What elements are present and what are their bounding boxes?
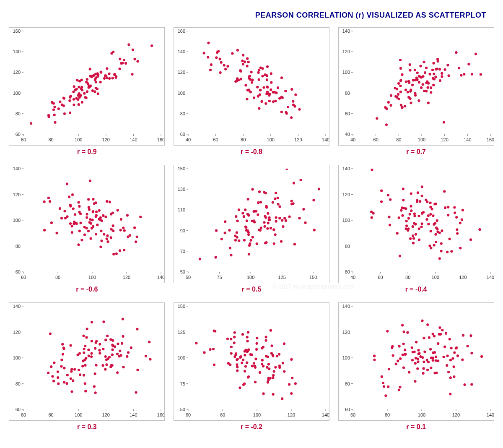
data-point: [81, 101, 83, 104]
data-point: [92, 210, 94, 213]
data-point: [265, 339, 267, 341]
data-point: [104, 355, 107, 358]
data-point: [266, 86, 269, 89]
data-point: [411, 359, 414, 361]
data-point: [318, 188, 320, 190]
data-point: [124, 62, 127, 65]
data-point: [423, 351, 426, 353]
data-point: [434, 359, 437, 362]
data-point: [260, 227, 262, 229]
data-point: [207, 56, 209, 58]
data-point: [107, 240, 109, 243]
data-point: [70, 377, 72, 380]
data-point: [253, 221, 256, 223]
y-tick-label: 100: [342, 355, 350, 360]
data-point: [419, 76, 422, 78]
scatter-panel: 60801001201401606080100120140160r = 0.9: [8, 27, 166, 156]
data-point: [49, 332, 52, 335]
data-point: [20, 176, 22, 179]
data-point: [111, 77, 114, 79]
data-point: [416, 199, 418, 202]
data-point: [438, 333, 440, 336]
data-point: [64, 217, 67, 219]
data-point: [48, 116, 50, 118]
data-point: [420, 226, 423, 228]
x-tick-label: 120: [294, 137, 302, 142]
x-tick-label: 120: [459, 275, 467, 280]
data-point: [276, 355, 278, 357]
x-tick-label: 100: [75, 137, 82, 142]
data-point: [412, 242, 415, 244]
data-point: [246, 361, 248, 364]
data-point: [226, 338, 229, 340]
data-point: [278, 353, 280, 355]
data-point: [432, 357, 434, 359]
y-tick-label: 130: [178, 187, 185, 192]
data-point: [302, 208, 305, 211]
data-point: [401, 324, 404, 326]
data-point: [220, 238, 223, 240]
data-point: [249, 78, 251, 80]
data-point: [236, 369, 239, 372]
data-point: [94, 372, 96, 375]
data-point: [71, 391, 73, 393]
data-point: [266, 75, 268, 77]
data-point: [440, 242, 442, 245]
data-point: [293, 243, 296, 245]
data-point: [116, 353, 119, 355]
data-point: [254, 210, 257, 212]
y-tick-label: 150: [178, 166, 185, 171]
data-point: [272, 374, 275, 377]
y-tick-label: 150: [178, 304, 185, 309]
data-point: [236, 366, 239, 368]
data-point: [414, 233, 417, 235]
scatter-panel: 60801001201405075100125150r = -0.2: [173, 302, 330, 431]
data-point: [466, 345, 469, 347]
y-tick-label: 120: [178, 70, 185, 75]
data-point: [461, 358, 464, 361]
data-point: [88, 206, 90, 208]
data-point: [238, 240, 240, 242]
data-point: [290, 116, 293, 119]
y-tick-label: 120: [13, 192, 21, 197]
data-point: [443, 346, 446, 348]
data-point: [404, 81, 407, 83]
data-point: [406, 91, 409, 93]
data-point: [437, 359, 439, 362]
data-point: [266, 78, 268, 81]
data-point: [405, 224, 408, 227]
x-tick-label: 100: [417, 137, 425, 142]
data-point: [262, 392, 264, 395]
data-point: [105, 216, 107, 218]
data-point: [430, 86, 432, 89]
data-point: [392, 354, 394, 357]
data-point: [397, 388, 400, 391]
data-point: [260, 100, 263, 103]
x-tick-label: 80: [405, 275, 410, 280]
data-point: [380, 201, 383, 203]
data-point: [399, 67, 402, 70]
data-point: [417, 349, 420, 352]
data-point: [102, 348, 105, 350]
data-point: [267, 381, 269, 383]
data-point: [122, 366, 125, 368]
data-point: [68, 195, 70, 198]
data-point: [463, 383, 466, 386]
scatter-panel: 4060801001201406080100120140160r = -0.8: [173, 27, 330, 156]
data-point: [443, 68, 446, 71]
data-point: [432, 84, 435, 86]
y-tick-label: 120: [342, 49, 350, 54]
data-point: [134, 58, 136, 60]
data-point: [100, 229, 103, 232]
data-point: [250, 71, 253, 73]
y-tick-label: 110: [178, 207, 185, 212]
data-point: [405, 220, 407, 222]
data-point: [90, 355, 93, 358]
data-point: [78, 201, 80, 203]
x-tick-label: 160: [157, 412, 165, 417]
data-point: [50, 221, 53, 224]
x-tick-label: 120: [441, 137, 448, 142]
y-tick-label: 80: [16, 381, 21, 386]
scatter-panel: 4060801001201406080100120140r = -0.4: [337, 165, 495, 293]
data-point: [239, 386, 241, 389]
